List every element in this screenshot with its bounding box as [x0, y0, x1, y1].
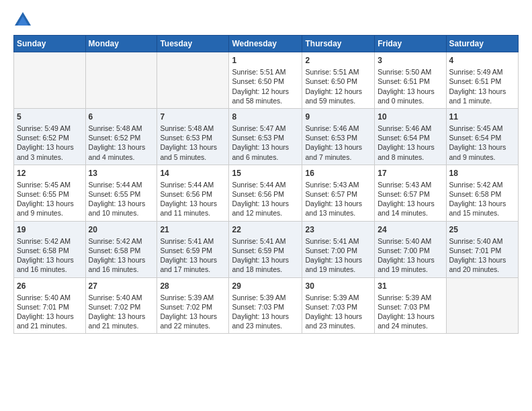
calendar-cell: 12Sunrise: 5:45 AM Sunset: 6:55 PM Dayli… — [14, 165, 86, 221]
cell-date: 15 — [232, 168, 299, 179]
cell-date: 1 — [232, 55, 299, 66]
calendar-cell: 6Sunrise: 5:48 AM Sunset: 6:52 PM Daylig… — [85, 108, 157, 165]
cell-info: Sunrise: 5:40 AM Sunset: 7:02 PM Dayligh… — [89, 293, 154, 331]
cell-info: Sunrise: 5:39 AM Sunset: 7:03 PM Dayligh… — [305, 293, 371, 331]
cell-date: 30 — [305, 281, 371, 291]
cell-info: Sunrise: 5:40 AM Sunset: 7:01 PM Dayligh… — [449, 236, 515, 275]
cell-info: Sunrise: 5:45 AM Sunset: 6:55 PM Dayligh… — [17, 180, 83, 218]
calendar-cell: 31Sunrise: 5:39 AM Sunset: 7:03 PM Dayli… — [375, 277, 446, 334]
calendar-cell: 9Sunrise: 5:46 AM Sunset: 6:53 PM Daylig… — [302, 108, 375, 165]
calendar-cell: 8Sunrise: 5:47 AM Sunset: 6:53 PM Daylig… — [229, 108, 302, 165]
cell-date: 10 — [378, 111, 443, 122]
cell-info: Sunrise: 5:48 AM Sunset: 6:53 PM Dayligh… — [160, 124, 226, 162]
cell-date: 29 — [232, 281, 299, 291]
cell-date: 31 — [378, 281, 443, 291]
cell-date: 8 — [232, 111, 299, 122]
cell-info: Sunrise: 5:51 AM Sunset: 6:50 PM Dayligh… — [305, 67, 371, 105]
day-header-row: SundayMondayTuesdayWednesdayThursdayFrid… — [14, 36, 519, 52]
cell-date: 27 — [89, 281, 154, 291]
cell-info: Sunrise: 5:39 AM Sunset: 7:03 PM Dayligh… — [232, 293, 299, 331]
week-row-4: 26Sunrise: 5:40 AM Sunset: 7:01 PM Dayli… — [14, 277, 519, 334]
calendar-cell: 25Sunrise: 5:40 AM Sunset: 7:01 PM Dayli… — [446, 221, 518, 277]
cell-date: 13 — [89, 168, 154, 179]
logo-icon — [13, 11, 32, 30]
cell-info: Sunrise: 5:45 AM Sunset: 6:54 PM Dayligh… — [449, 124, 515, 162]
cell-info: Sunrise: 5:49 AM Sunset: 6:51 PM Dayligh… — [449, 67, 515, 105]
header — [13, 11, 519, 30]
cell-info: Sunrise: 5:41 AM Sunset: 7:00 PM Dayligh… — [305, 236, 371, 275]
cell-info: Sunrise: 5:50 AM Sunset: 6:51 PM Dayligh… — [378, 67, 443, 105]
calendar-cell: 1Sunrise: 5:51 AM Sunset: 6:50 PM Daylig… — [229, 52, 302, 109]
calendar-cell: 7Sunrise: 5:48 AM Sunset: 6:53 PM Daylig… — [157, 108, 229, 165]
calendar-cell: 2Sunrise: 5:51 AM Sunset: 6:50 PM Daylig… — [302, 52, 375, 109]
cell-info: Sunrise: 5:48 AM Sunset: 6:52 PM Dayligh… — [89, 124, 154, 162]
calendar-cell: 28Sunrise: 5:39 AM Sunset: 7:02 PM Dayli… — [157, 277, 229, 334]
cell-date: 3 — [378, 55, 443, 66]
cell-date: 28 — [160, 281, 226, 291]
calendar-cell: 24Sunrise: 5:40 AM Sunset: 7:00 PM Dayli… — [375, 221, 446, 277]
day-header-thursday: Thursday — [302, 36, 375, 52]
week-row-0: 1Sunrise: 5:51 AM Sunset: 6:50 PM Daylig… — [14, 52, 519, 109]
day-header-monday: Monday — [85, 36, 157, 52]
calendar-cell: 22Sunrise: 5:41 AM Sunset: 6:59 PM Dayli… — [229, 221, 302, 277]
cell-info: Sunrise: 5:51 AM Sunset: 6:50 PM Dayligh… — [232, 67, 299, 105]
cell-date: 16 — [305, 168, 371, 179]
cell-date: 19 — [17, 224, 83, 235]
cell-date: 18 — [449, 168, 515, 179]
calendar-cell: 3Sunrise: 5:50 AM Sunset: 6:51 PM Daylig… — [375, 52, 446, 109]
week-row-3: 19Sunrise: 5:42 AM Sunset: 6:58 PM Dayli… — [14, 221, 519, 277]
calendar-cell — [157, 52, 229, 109]
calendar-cell: 14Sunrise: 5:44 AM Sunset: 6:56 PM Dayli… — [157, 165, 229, 221]
cell-info: Sunrise: 5:40 AM Sunset: 7:00 PM Dayligh… — [378, 236, 443, 275]
calendar-cell — [14, 52, 86, 109]
calendar-cell — [85, 52, 157, 109]
cell-date: 26 — [17, 281, 83, 291]
calendar-cell: 10Sunrise: 5:46 AM Sunset: 6:54 PM Dayli… — [375, 108, 446, 165]
cell-info: Sunrise: 5:39 AM Sunset: 7:02 PM Dayligh… — [160, 293, 226, 331]
calendar-cell — [446, 277, 518, 334]
calendar-cell: 18Sunrise: 5:42 AM Sunset: 6:58 PM Dayli… — [446, 165, 518, 221]
cell-date: 9 — [305, 111, 371, 122]
calendar-cell: 20Sunrise: 5:42 AM Sunset: 6:58 PM Dayli… — [85, 221, 157, 277]
calendar-cell: 23Sunrise: 5:41 AM Sunset: 7:00 PM Dayli… — [302, 221, 375, 277]
day-header-sunday: Sunday — [14, 36, 86, 52]
calendar-cell: 29Sunrise: 5:39 AM Sunset: 7:03 PM Dayli… — [229, 277, 302, 334]
calendar-cell: 30Sunrise: 5:39 AM Sunset: 7:03 PM Dayli… — [302, 277, 375, 334]
week-row-1: 5Sunrise: 5:49 AM Sunset: 6:52 PM Daylig… — [14, 108, 519, 165]
calendar-cell: 15Sunrise: 5:44 AM Sunset: 6:56 PM Dayli… — [229, 165, 302, 221]
calendar-cell: 17Sunrise: 5:43 AM Sunset: 6:57 PM Dayli… — [375, 165, 446, 221]
calendar-cell: 27Sunrise: 5:40 AM Sunset: 7:02 PM Dayli… — [85, 277, 157, 334]
calendar-cell: 13Sunrise: 5:44 AM Sunset: 6:55 PM Dayli… — [85, 165, 157, 221]
cell-info: Sunrise: 5:42 AM Sunset: 6:58 PM Dayligh… — [449, 180, 515, 218]
cell-info: Sunrise: 5:40 AM Sunset: 7:01 PM Dayligh… — [17, 293, 83, 331]
cell-info: Sunrise: 5:49 AM Sunset: 6:52 PM Dayligh… — [17, 124, 83, 162]
cell-date: 4 — [449, 55, 515, 66]
calendar-table: SundayMondayTuesdayWednesdayThursdayFrid… — [13, 35, 519, 334]
calendar-cell: 19Sunrise: 5:42 AM Sunset: 6:58 PM Dayli… — [14, 221, 86, 277]
cell-date: 17 — [378, 168, 443, 179]
calendar-cell: 21Sunrise: 5:41 AM Sunset: 6:59 PM Dayli… — [157, 221, 229, 277]
cell-date: 23 — [305, 224, 371, 235]
cell-date: 14 — [160, 168, 226, 179]
cell-date: 22 — [232, 224, 299, 235]
cell-date: 12 — [17, 168, 83, 179]
calendar-cell: 16Sunrise: 5:43 AM Sunset: 6:57 PM Dayli… — [302, 165, 375, 221]
cell-info: Sunrise: 5:41 AM Sunset: 6:59 PM Dayligh… — [160, 236, 226, 275]
cell-info: Sunrise: 5:43 AM Sunset: 6:57 PM Dayligh… — [378, 180, 443, 218]
calendar-header: SundayMondayTuesdayWednesdayThursdayFrid… — [14, 36, 519, 52]
cell-date: 6 — [89, 111, 154, 122]
week-row-2: 12Sunrise: 5:45 AM Sunset: 6:55 PM Dayli… — [14, 165, 519, 221]
cell-date: 11 — [449, 111, 515, 122]
cell-info: Sunrise: 5:44 AM Sunset: 6:56 PM Dayligh… — [232, 180, 299, 218]
cell-date: 5 — [17, 111, 83, 122]
calendar-cell: 5Sunrise: 5:49 AM Sunset: 6:52 PM Daylig… — [14, 108, 86, 165]
cell-info: Sunrise: 5:41 AM Sunset: 6:59 PM Dayligh… — [232, 236, 299, 275]
page: SundayMondayTuesdayWednesdayThursdayFrid… — [0, 0, 532, 411]
cell-date: 24 — [378, 224, 443, 235]
day-header-wednesday: Wednesday — [229, 36, 302, 52]
day-header-friday: Friday — [375, 36, 446, 52]
cell-info: Sunrise: 5:44 AM Sunset: 6:56 PM Dayligh… — [160, 180, 226, 218]
cell-date: 2 — [305, 55, 371, 66]
cell-info: Sunrise: 5:46 AM Sunset: 6:53 PM Dayligh… — [305, 124, 371, 162]
cell-info: Sunrise: 5:43 AM Sunset: 6:57 PM Dayligh… — [305, 180, 371, 218]
